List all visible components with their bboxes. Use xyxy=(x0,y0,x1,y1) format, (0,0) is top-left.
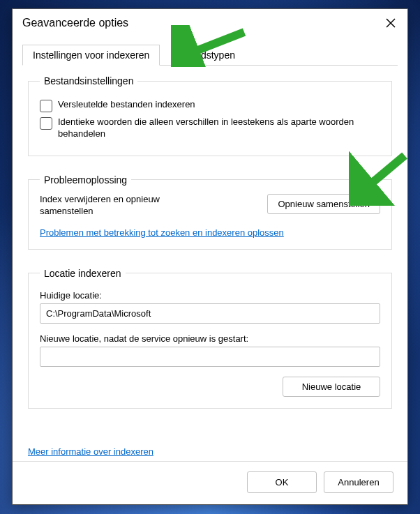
link-troubleshoot-search[interactable]: Problemen met betrekking tot zoeken en i… xyxy=(40,227,284,238)
close-button[interactable] xyxy=(381,13,400,33)
group-index-location-label: Locatie indexeren xyxy=(40,268,126,279)
cancel-button[interactable]: Annuleren xyxy=(324,471,393,493)
checkbox-diacritics-label[interactable]: Identieke woorden die alleen verschillen… xyxy=(58,116,380,140)
current-location-field[interactable] xyxy=(40,303,380,324)
checkbox-diacritics[interactable] xyxy=(40,117,52,130)
new-location-button[interactable]: Nieuwe locatie xyxy=(283,377,380,397)
group-troubleshooting-label: Probleemoplossing xyxy=(40,174,131,186)
dialog-button-bar: OK Annuleren xyxy=(13,461,407,504)
group-file-settings: Bestandsinstellingen Versleutelde bestan… xyxy=(28,75,392,156)
close-icon xyxy=(386,18,396,28)
titlebar: Geavanceerde opties xyxy=(13,9,407,37)
ok-button[interactable]: OK xyxy=(247,471,317,493)
checkbox-index-encrypted-label[interactable]: Versleutelde bestanden indexeren xyxy=(58,99,195,111)
tab-filetypes[interactable]: Bestandstypen xyxy=(160,45,246,66)
new-location-field[interactable] xyxy=(40,347,380,367)
link-more-indexing-info[interactable]: Meer informatie over indexeren xyxy=(28,446,153,457)
tab-content: Bestandsinstellingen Versleutelde bestan… xyxy=(13,66,407,446)
checkbox-index-encrypted[interactable] xyxy=(40,100,52,112)
new-location-label: Nieuwe locatie, nadat de service opnieuw… xyxy=(40,333,380,344)
rebuild-index-text: Index verwijderen en opnieuw samenstelle… xyxy=(40,194,207,218)
current-location-label: Huidige locatie: xyxy=(40,290,380,301)
tab-indexing-settings[interactable]: Instellingen voor indexeren xyxy=(22,45,160,66)
tabs-bar: Instellingen voor indexeren Bestandstype… xyxy=(22,44,398,66)
window-title: Geavanceerde opties xyxy=(22,17,128,29)
group-index-location: Locatie indexeren Huidige locatie: Nieuw… xyxy=(28,268,392,409)
dialog-advanced-options: Geavanceerde opties Instellingen voor in… xyxy=(12,8,408,505)
rebuild-index-button[interactable]: Opnieuw samenstellen xyxy=(267,194,380,214)
group-file-settings-label: Bestandsinstellingen xyxy=(40,75,137,86)
group-troubleshooting: Probleemoplossing Index verwijderen en o… xyxy=(28,174,392,250)
